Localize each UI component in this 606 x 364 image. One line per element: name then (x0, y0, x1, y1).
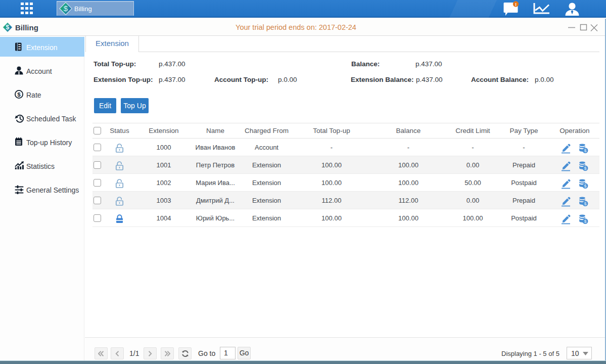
svg-text:!: ! (515, 2, 517, 7)
svg-text:$: $ (17, 92, 21, 98)
svg-text:$: $ (64, 4, 68, 13)
